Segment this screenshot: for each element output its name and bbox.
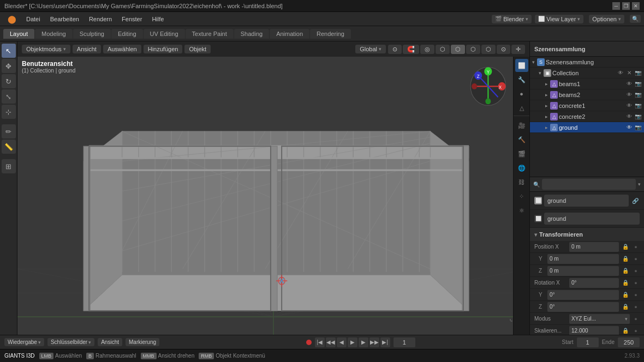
- rotate-tool[interactable]: ↻: [2, 74, 16, 88]
- select-menu[interactable]: Auswählen: [103, 45, 141, 53]
- rot-z-animate[interactable]: ●: [632, 303, 640, 311]
- material-props-icon[interactable]: ●: [515, 87, 528, 100]
- ansicht-btn[interactable]: Ansicht: [98, 338, 122, 346]
- pos-z-lock[interactable]: 🔒: [621, 267, 630, 275]
- minimize-button[interactable]: ─: [612, 2, 620, 10]
- view-icon[interactable]: 🎥: [515, 119, 528, 132]
- tree-collection[interactable]: ▾ ▣ Collection 👁 ✕ 📷: [530, 68, 644, 79]
- tab-shading[interactable]: Shading: [234, 29, 269, 39]
- physics-icon[interactable]: ⚛: [515, 204, 528, 217]
- menu-datei[interactable]: Datei: [22, 15, 45, 23]
- viewport-shading-render[interactable]: ⬡: [481, 45, 496, 54]
- transform-tool[interactable]: ⊹: [2, 105, 16, 119]
- collection-visibility-btn[interactable]: 👁: [617, 69, 624, 77]
- tab-animation[interactable]: Animation: [270, 29, 309, 39]
- viewport-gizmos[interactable]: ✛: [511, 45, 525, 54]
- collection-render-btn[interactable]: 📷: [634, 69, 642, 77]
- transform-selector[interactable]: Global ▾: [355, 45, 386, 53]
- menu-hilfe[interactable]: Hilfe: [147, 15, 168, 23]
- wiedergabe-btn[interactable]: Wiedergabe ▾: [4, 338, 44, 346]
- position-z-field[interactable]: 0 m: [547, 266, 619, 276]
- rotation-z-field[interactable]: 0°: [547, 302, 619, 312]
- rot-x-animate[interactable]: ●: [632, 279, 640, 287]
- rot-y-animate[interactable]: ●: [632, 291, 640, 299]
- tab-editing[interactable]: Editing: [111, 29, 143, 39]
- object-menu[interactable]: Objekt: [184, 45, 211, 53]
- jump-start-btn[interactable]: |◀: [315, 337, 325, 347]
- object-name-field[interactable]: [544, 195, 629, 207]
- tab-modeling[interactable]: Modeling: [35, 29, 73, 39]
- pos-x-lock[interactable]: 🔒: [621, 243, 630, 251]
- close-button[interactable]: ✕: [632, 2, 640, 10]
- options-button[interactable]: Optionen ▾: [589, 15, 624, 23]
- beams2-render[interactable]: 📷: [634, 91, 642, 99]
- jump-end-btn[interactable]: ▶|: [380, 337, 390, 347]
- annotate-tool[interactable]: ✏: [2, 124, 16, 138]
- scale-x-lock[interactable]: 🔒: [621, 327, 630, 335]
- tool-icon[interactable]: 🔨: [515, 133, 528, 146]
- beams2-visibility[interactable]: 👁: [625, 91, 633, 99]
- start-frame-input[interactable]: 1: [577, 337, 599, 347]
- position-y-field[interactable]: 0 m: [547, 254, 619, 264]
- tab-layout[interactable]: Layout: [3, 29, 34, 39]
- tab-texture-paint[interactable]: Texture Paint: [186, 29, 234, 39]
- rot-mode-animate[interactable]: ●: [632, 315, 640, 323]
- data-props-icon[interactable]: △: [515, 101, 528, 114]
- ground-render[interactable]: 📷: [634, 124, 642, 131]
- tab-rendering[interactable]: Rendering: [310, 29, 351, 39]
- tree-beams2[interactable]: ▸ △ beams2 👁 📷: [530, 89, 644, 100]
- object-name-link-btn[interactable]: 🔗: [631, 196, 640, 205]
- particle-icon[interactable]: ⁘: [515, 190, 528, 203]
- rotation-mode-field[interactable]: XYZ Eul... ▾: [569, 314, 630, 324]
- scale-tool[interactable]: ⤡: [2, 89, 16, 104]
- rot-z-lock[interactable]: 🔒: [621, 303, 630, 311]
- markierung-btn[interactable]: Markierung: [126, 338, 159, 346]
- rotation-y-field[interactable]: 0°: [547, 290, 619, 300]
- current-frame-input[interactable]: 1: [393, 337, 415, 347]
- tab-uv-editing[interactable]: UV Editing: [144, 29, 185, 39]
- concrete1-render[interactable]: 📷: [634, 102, 642, 110]
- viewport-shading-wire[interactable]: ⬡: [436, 45, 450, 54]
- rot-x-lock[interactable]: 🔒: [621, 279, 630, 287]
- scale-x-animate[interactable]: ●: [632, 327, 640, 335]
- transform-header[interactable]: ▾ Transformieren: [530, 228, 644, 241]
- viewport-overlays[interactable]: ⊙: [497, 45, 510, 54]
- tree-beams1[interactable]: ▸ △ beams1 👁 📷: [530, 79, 644, 89]
- pivot-selector[interactable]: ⊙: [388, 45, 402, 54]
- prev-frame-btn[interactable]: ◀: [337, 337, 347, 347]
- add-menu[interactable]: Hinzufügen: [144, 45, 183, 53]
- properties-search-input[interactable]: [542, 179, 636, 190]
- modifier-props-icon[interactable]: 🔧: [515, 73, 528, 86]
- world-icon[interactable]: 🌐: [515, 161, 528, 174]
- pos-z-animate[interactable]: ●: [632, 267, 640, 275]
- view-menu[interactable]: Ansicht: [73, 45, 101, 53]
- scale-x-field[interactable]: 12.000: [569, 326, 619, 335]
- schluesselbilder-btn[interactable]: Schlüsselbilder ▾: [47, 338, 94, 346]
- object-constraint-icon[interactable]: ⛓: [515, 176, 528, 189]
- pos-y-animate[interactable]: ●: [632, 255, 640, 263]
- collection-exclude-btn[interactable]: ✕: [625, 69, 633, 77]
- snap-toggle[interactable]: 🧲: [403, 45, 419, 54]
- cursor-tool[interactable]: ↖: [2, 44, 16, 58]
- tree-concrete1[interactable]: ▸ △ concrete1 👁 📷: [530, 100, 644, 111]
- proportional-edit[interactable]: ◎: [420, 45, 434, 54]
- beams1-render[interactable]: 📷: [634, 80, 642, 88]
- measure-tool[interactable]: 📏: [2, 140, 16, 154]
- tree-ground[interactable]: ▸ △ ground 👁 📷: [530, 122, 644, 133]
- viewport-shading-mat[interactable]: ⬡: [466, 45, 480, 54]
- viewport[interactable]: Objektmodus ▾ Ansicht Auswählen Hinzufüg…: [17, 41, 529, 335]
- pos-x-animate[interactable]: ●: [632, 243, 640, 251]
- search-area[interactable]: 🔍: [630, 15, 641, 23]
- prev-keyframe-btn[interactable]: ◀◀: [326, 337, 336, 347]
- next-frame-btn[interactable]: ▶: [359, 337, 368, 347]
- concrete1-visibility[interactable]: 👁: [625, 102, 633, 110]
- scene-icon-btn[interactable]: 🎬: [515, 147, 528, 160]
- scene-selector[interactable]: 🎬 Blender ▾: [492, 15, 532, 23]
- view-layer-selector[interactable]: ⬜ View Layer ▾: [535, 15, 583, 23]
- menu-fenster[interactable]: Fenster: [117, 15, 146, 23]
- data-name-field[interactable]: [544, 213, 640, 225]
- rot-y-lock[interactable]: 🔒: [621, 291, 630, 299]
- mode-selector[interactable]: Objektmodus ▾: [22, 45, 70, 53]
- window-controls[interactable]: ─ ❐ ✕: [612, 2, 640, 10]
- end-frame-input[interactable]: 250: [618, 337, 640, 347]
